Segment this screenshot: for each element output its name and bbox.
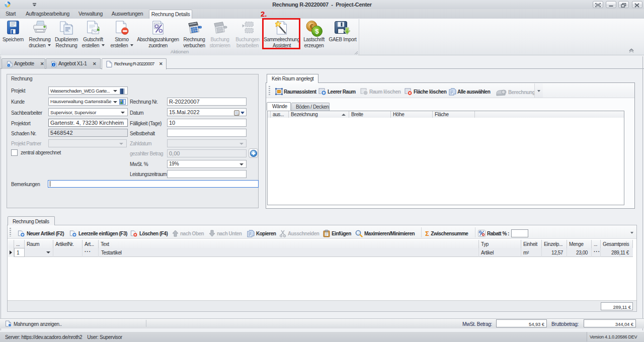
svg-text:$: $ — [315, 28, 319, 35]
